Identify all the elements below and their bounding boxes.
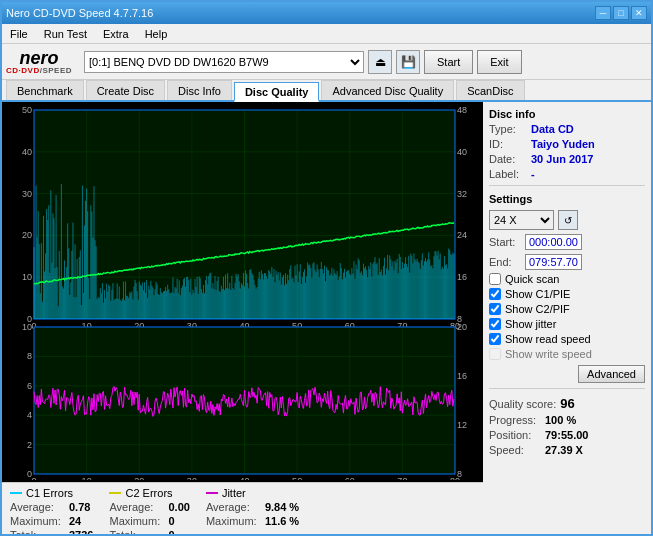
disc-type-val: Data CD	[531, 123, 574, 135]
start-label: Start:	[489, 236, 521, 248]
jitter-color-indicator	[206, 492, 218, 494]
c2-max-val: 0	[168, 515, 174, 527]
toolbar: nero CD·DVD/SPEED [0:1] BENQ DVD DD DW16…	[2, 44, 651, 80]
legend-c1: C1 Errors Average: 0.78 Maximum: 24 Tota…	[10, 487, 93, 536]
quick-scan-row: Quick scan	[489, 273, 645, 285]
settings-title: Settings	[489, 193, 645, 205]
save-button[interactable]: 💾	[396, 50, 420, 74]
start-button[interactable]: Start	[424, 50, 473, 74]
tabs: Benchmark Create Disc Disc Info Disc Qua…	[2, 80, 651, 102]
position-val: 79:55.00	[545, 429, 588, 441]
menu-run-test[interactable]: Run Test	[40, 26, 91, 42]
drive-selector[interactable]: [0:1] BENQ DVD DD DW1620 B7W9	[84, 51, 364, 73]
c1-avg-val: 0.78	[69, 501, 90, 513]
c2-label: C2 Errors	[125, 487, 172, 499]
progress-label: Progress:	[489, 414, 541, 426]
disc-label-val: -	[531, 168, 535, 180]
c1-total-label: Total:	[10, 529, 65, 536]
jitter-max-val: 11.6 %	[265, 515, 299, 527]
progress-row: Progress: 100 %	[489, 414, 645, 426]
legend-c2: C2 Errors Average: 0.00 Maximum: 0 Total…	[109, 487, 189, 536]
show-read-speed-row: Show read speed	[489, 333, 645, 345]
disc-id-label: ID:	[489, 138, 527, 150]
jitter-label: Jitter	[222, 487, 246, 499]
disc-type-label: Type:	[489, 123, 527, 135]
tab-disc-quality[interactable]: Disc Quality	[234, 82, 320, 102]
c2-max-label: Maximum:	[109, 515, 164, 527]
quality-score-row: Quality score: 96	[489, 396, 645, 411]
disc-date-label: Date:	[489, 153, 527, 165]
settings-speed-row: Maximum4 X8 X16 X24 X32 X40 X48 X ↺	[489, 210, 645, 230]
show-read-speed-checkbox[interactable]	[489, 333, 501, 345]
maximize-button[interactable]: □	[613, 6, 629, 20]
right-panel: Disc info Type: Data CD ID: Taiyo Yuden …	[483, 102, 651, 536]
tab-benchmark[interactable]: Benchmark	[6, 80, 84, 100]
c1-color-indicator	[10, 492, 22, 494]
show-read-speed-label[interactable]: Show read speed	[505, 333, 591, 345]
end-label: End:	[489, 256, 521, 268]
c1-avg-label: Average:	[10, 501, 65, 513]
jitter-avg-label: Average:	[206, 501, 261, 513]
close-button[interactable]: ✕	[631, 6, 647, 20]
menu-extra[interactable]: Extra	[99, 26, 133, 42]
tab-disc-info[interactable]: Disc Info	[167, 80, 232, 100]
quick-scan-label[interactable]: Quick scan	[505, 273, 559, 285]
quality-score-label: Quality score:	[489, 398, 556, 410]
show-write-speed-row: Show write speed	[489, 348, 645, 360]
menu-bar: File Run Test Extra Help	[2, 24, 651, 44]
show-jitter-label[interactable]: Show jitter	[505, 318, 556, 330]
c2-avg-val: 0.00	[168, 501, 189, 513]
speed-label: Speed:	[489, 444, 541, 456]
disc-date-row: Date: 30 Jun 2017	[489, 153, 645, 165]
menu-file[interactable]: File	[6, 26, 32, 42]
show-c1-label[interactable]: Show C1/PIE	[505, 288, 570, 300]
disc-label-label: Label:	[489, 168, 527, 180]
charts-container	[2, 102, 483, 482]
show-write-speed-label: Show write speed	[505, 348, 592, 360]
c1-max-label: Maximum:	[10, 515, 65, 527]
tab-create-disc[interactable]: Create Disc	[86, 80, 165, 100]
show-c1-checkbox[interactable]	[489, 288, 501, 300]
show-c2-row: Show C2/PIF	[489, 303, 645, 315]
disc-date-val: 30 Jun 2017	[531, 153, 593, 165]
speed-selector[interactable]: Maximum4 X8 X16 X24 X32 X40 X48 X	[489, 210, 554, 230]
disc-id-val: Taiyo Yuden	[531, 138, 595, 150]
jitter-avg-val: 9.84 %	[265, 501, 299, 513]
quick-scan-checkbox[interactable]	[489, 273, 501, 285]
show-jitter-checkbox[interactable]	[489, 318, 501, 330]
disc-label-row: Label: -	[489, 168, 645, 180]
end-val: 079:57.70	[525, 254, 582, 270]
c1-total-val: 3736	[69, 529, 93, 536]
logo-sub: CD·DVD/SPEED	[6, 67, 72, 75]
title-bar-controls: ─ □ ✕	[595, 6, 647, 20]
tab-advanced-disc-quality[interactable]: Advanced Disc Quality	[321, 80, 454, 100]
minimize-button[interactable]: ─	[595, 6, 611, 20]
show-c1-row: Show C1/PIE	[489, 288, 645, 300]
title-bar: Nero CD-DVD Speed 4.7.7.16 ─ □ ✕	[2, 2, 651, 24]
refresh-button[interactable]: ↺	[558, 210, 578, 230]
quality-score-val: 96	[560, 396, 574, 411]
disc-id-row: ID: Taiyo Yuden	[489, 138, 645, 150]
show-jitter-row: Show jitter	[489, 318, 645, 330]
tab-scandisc[interactable]: ScanDisc	[456, 80, 524, 100]
menu-help[interactable]: Help	[141, 26, 172, 42]
advanced-button[interactable]: Advanced	[578, 365, 645, 383]
c2-total-label: Total:	[109, 529, 164, 536]
title-bar-text: Nero CD-DVD Speed 4.7.7.16	[6, 7, 153, 19]
show-write-speed-checkbox	[489, 348, 501, 360]
c2-color-indicator	[109, 492, 121, 494]
show-c2-label[interactable]: Show C2/PIF	[505, 303, 570, 315]
chart-panel: C1 Errors Average: 0.78 Maximum: 24 Tota…	[2, 102, 483, 536]
progress-val: 100 %	[545, 414, 576, 426]
eject-button[interactable]: ⏏	[368, 50, 392, 74]
disc-type-row: Type: Data CD	[489, 123, 645, 135]
legend-jitter: Jitter Average: 9.84 % Maximum: 11.6 %	[206, 487, 299, 536]
c1-max-val: 24	[69, 515, 81, 527]
show-c2-checkbox[interactable]	[489, 303, 501, 315]
main-chart-canvas	[4, 104, 483, 480]
start-val: 000:00.00	[525, 234, 582, 250]
logo-area: nero CD·DVD/SPEED	[6, 49, 72, 75]
exit-button[interactable]: Exit	[477, 50, 521, 74]
speed-row: Speed: 27.39 X	[489, 444, 645, 456]
speed-val: 27.39 X	[545, 444, 583, 456]
